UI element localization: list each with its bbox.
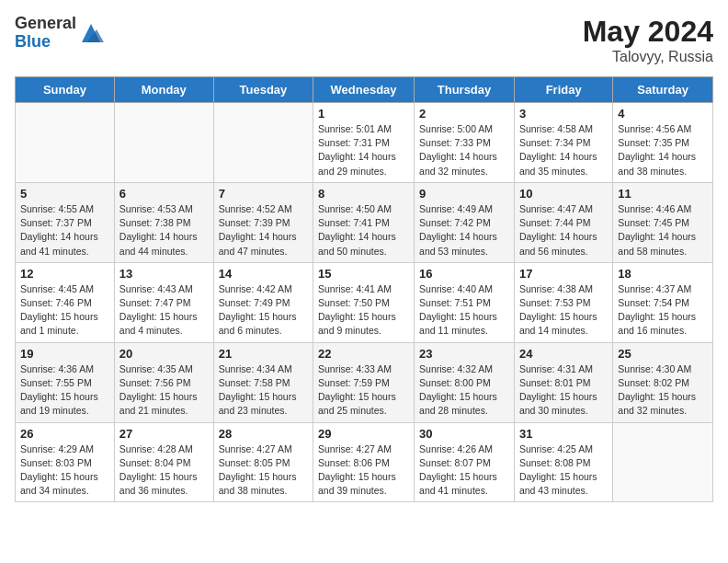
calendar-day-cell: 19Sunrise: 4:36 AM Sunset: 7:55 PM Dayli… [16,342,115,422]
calendar-day-cell: 31Sunrise: 4:25 AM Sunset: 8:08 PM Dayli… [514,422,612,502]
calendar-day-cell: 2Sunrise: 5:00 AM Sunset: 7:33 PM Daylig… [415,103,515,183]
calendar-week-row: 19Sunrise: 4:36 AM Sunset: 7:55 PM Dayli… [16,342,713,422]
calendar-day-cell: 16Sunrise: 4:40 AM Sunset: 7:51 PM Dayli… [415,262,515,342]
logo-icon [78,20,104,46]
calendar-week-row: 26Sunrise: 4:29 AM Sunset: 8:03 PM Dayli… [16,422,713,502]
calendar-day-cell: 7Sunrise: 4:52 AM Sunset: 7:39 PM Daylig… [213,182,313,262]
day-info: Sunrise: 4:30 AM Sunset: 8:02 PM Dayligh… [618,362,708,419]
day-info: Sunrise: 4:37 AM Sunset: 7:54 PM Dayligh… [618,282,708,339]
logo-blue-text: Blue [15,32,51,51]
day-number: 27 [119,427,209,441]
calendar-day-cell: 1Sunrise: 5:01 AM Sunset: 7:31 PM Daylig… [313,103,415,183]
day-info: Sunrise: 5:00 AM Sunset: 7:33 PM Dayligh… [419,122,509,178]
calendar-day-cell: 15Sunrise: 4:41 AM Sunset: 7:50 PM Dayli… [313,262,415,342]
calendar-day-cell: 10Sunrise: 4:47 AM Sunset: 7:44 PM Dayli… [514,182,612,262]
calendar-day-cell: 30Sunrise: 4:26 AM Sunset: 8:07 PM Dayli… [415,422,515,502]
day-of-week-header: Friday [514,77,612,103]
day-number: 13 [119,267,209,281]
day-number: 4 [618,107,708,121]
calendar-day-cell: 22Sunrise: 4:33 AM Sunset: 7:59 PM Dayli… [313,342,415,422]
day-of-week-header: Sunday [16,77,115,103]
day-info: Sunrise: 4:32 AM Sunset: 8:00 PM Dayligh… [419,362,509,419]
calendar-day-cell: 24Sunrise: 4:31 AM Sunset: 8:01 PM Dayli… [514,342,612,422]
day-number: 22 [318,347,409,361]
day-number: 19 [20,347,109,361]
calendar-day-cell [16,103,115,183]
day-info: Sunrise: 4:46 AM Sunset: 7:45 PM Dayligh… [618,202,708,259]
day-number: 28 [219,427,308,441]
day-number: 14 [219,267,308,281]
day-info: Sunrise: 4:55 AM Sunset: 7:37 PM Dayligh… [20,202,109,259]
day-of-week-header: Wednesday [313,77,415,103]
location-subtitle: Talovyy, Russia [583,49,713,65]
day-info: Sunrise: 4:34 AM Sunset: 7:58 PM Dayligh… [219,362,308,419]
day-number: 20 [119,347,209,361]
calendar-day-cell: 20Sunrise: 4:35 AM Sunset: 7:56 PM Dayli… [114,342,213,422]
calendar-week-row: 5Sunrise: 4:55 AM Sunset: 7:37 PM Daylig… [16,182,713,262]
day-number: 29 [318,427,409,441]
day-number: 26 [20,427,109,441]
calendar-day-cell: 28Sunrise: 4:27 AM Sunset: 8:05 PM Dayli… [213,422,313,502]
day-number: 18 [618,267,708,281]
days-of-week-row: SundayMondayTuesdayWednesdayThursdayFrid… [16,77,713,103]
logo-general-text: General [15,14,76,32]
calendar-day-cell: 11Sunrise: 4:46 AM Sunset: 7:45 PM Dayli… [613,182,713,262]
day-info: Sunrise: 4:41 AM Sunset: 7:50 PM Dayligh… [318,282,409,339]
day-number: 12 [20,267,109,281]
day-number: 31 [519,427,608,441]
day-info: Sunrise: 4:56 AM Sunset: 7:35 PM Dayligh… [618,122,708,178]
calendar-day-cell: 13Sunrise: 4:43 AM Sunset: 7:47 PM Dayli… [114,262,213,342]
day-number: 17 [519,267,608,281]
day-number: 15 [318,267,409,281]
month-year-title: May 2024 [583,15,713,49]
calendar-day-cell: 26Sunrise: 4:29 AM Sunset: 8:03 PM Dayli… [16,422,115,502]
calendar-header: SundayMondayTuesdayWednesdayThursdayFrid… [16,77,713,103]
day-info: Sunrise: 4:43 AM Sunset: 7:47 PM Dayligh… [119,282,209,339]
calendar-day-cell [613,422,713,502]
day-number: 23 [419,347,509,361]
day-number: 30 [419,427,509,441]
day-info: Sunrise: 4:52 AM Sunset: 7:39 PM Dayligh… [219,202,308,259]
calendar-day-cell: 23Sunrise: 4:32 AM Sunset: 8:00 PM Dayli… [415,342,515,422]
day-info: Sunrise: 4:40 AM Sunset: 7:51 PM Dayligh… [419,282,509,339]
calendar-week-row: 12Sunrise: 4:45 AM Sunset: 7:46 PM Dayli… [16,262,713,342]
page-header: General Blue May 2024 Talovyy, Russia [15,15,713,65]
day-info: Sunrise: 4:49 AM Sunset: 7:42 PM Dayligh… [419,202,509,259]
day-number: 3 [519,107,608,121]
day-info: Sunrise: 4:31 AM Sunset: 8:01 PM Dayligh… [519,362,608,419]
calendar-day-cell: 12Sunrise: 4:45 AM Sunset: 7:46 PM Dayli… [16,262,115,342]
day-info: Sunrise: 4:35 AM Sunset: 7:56 PM Dayligh… [119,362,209,419]
calendar-day-cell: 27Sunrise: 4:28 AM Sunset: 8:04 PM Dayli… [114,422,213,502]
title-block: May 2024 Talovyy, Russia [583,15,713,65]
day-info: Sunrise: 4:27 AM Sunset: 8:05 PM Dayligh… [219,442,308,499]
calendar-week-row: 1Sunrise: 5:01 AM Sunset: 7:31 PM Daylig… [16,103,713,183]
day-of-week-header: Thursday [415,77,515,103]
day-info: Sunrise: 4:28 AM Sunset: 8:04 PM Dayligh… [119,442,209,499]
day-info: Sunrise: 4:29 AM Sunset: 8:03 PM Dayligh… [20,442,109,499]
day-info: Sunrise: 4:53 AM Sunset: 7:38 PM Dayligh… [119,202,209,259]
day-of-week-header: Tuesday [213,77,313,103]
day-info: Sunrise: 4:47 AM Sunset: 7:44 PM Dayligh… [519,202,608,259]
calendar-day-cell: 8Sunrise: 4:50 AM Sunset: 7:41 PM Daylig… [313,182,415,262]
day-number: 5 [20,187,109,201]
day-info: Sunrise: 4:27 AM Sunset: 8:06 PM Dayligh… [318,442,409,499]
day-info: Sunrise: 4:26 AM Sunset: 8:07 PM Dayligh… [419,442,509,499]
calendar-day-cell: 18Sunrise: 4:37 AM Sunset: 7:54 PM Dayli… [613,262,713,342]
calendar-day-cell: 21Sunrise: 4:34 AM Sunset: 7:58 PM Dayli… [213,342,313,422]
day-info: Sunrise: 4:58 AM Sunset: 7:34 PM Dayligh… [519,122,608,178]
day-number: 2 [419,107,509,121]
day-number: 11 [618,187,708,201]
day-info: Sunrise: 5:01 AM Sunset: 7:31 PM Dayligh… [318,122,409,178]
calendar-day-cell: 17Sunrise: 4:38 AM Sunset: 7:53 PM Dayli… [514,262,612,342]
day-number: 25 [618,347,708,361]
day-number: 9 [419,187,509,201]
day-number: 16 [419,267,509,281]
day-info: Sunrise: 4:42 AM Sunset: 7:49 PM Dayligh… [219,282,308,339]
calendar-day-cell [213,103,313,183]
day-info: Sunrise: 4:25 AM Sunset: 8:08 PM Dayligh… [519,442,608,499]
calendar-day-cell [114,103,213,183]
calendar-day-cell: 14Sunrise: 4:42 AM Sunset: 7:49 PM Dayli… [213,262,313,342]
calendar-day-cell: 25Sunrise: 4:30 AM Sunset: 8:02 PM Dayli… [613,342,713,422]
calendar-day-cell: 29Sunrise: 4:27 AM Sunset: 8:06 PM Dayli… [313,422,415,502]
calendar-day-cell: 4Sunrise: 4:56 AM Sunset: 7:35 PM Daylig… [613,103,713,183]
